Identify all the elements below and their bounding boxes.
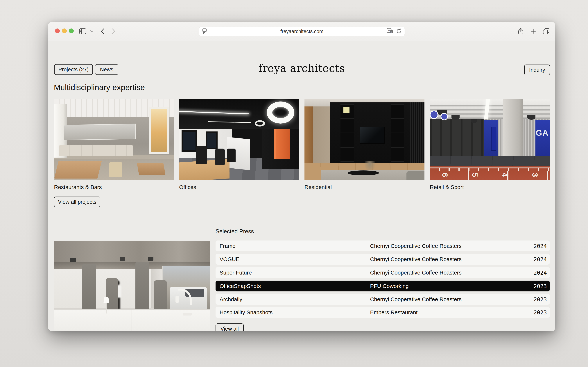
category-card-retail-sport[interactable]: GA 6 5 4 3 (430, 99, 550, 180)
category-label-retail-sport: Retail & Sport (430, 184, 464, 190)
residential-tv (359, 127, 385, 144)
gym-sign-text: GA (536, 128, 548, 138)
press-photo-table-lamp (103, 297, 110, 314)
office-chair (215, 149, 225, 165)
restaurant-table (54, 161, 102, 179)
track-number: 4 (500, 160, 509, 180)
gym-track-numbers: 6 5 4 3 (430, 170, 550, 179)
press-row[interactable]: Frame Chernyi Cooperative Coffee Roaster… (216, 241, 550, 251)
restaurant-mirror (64, 124, 136, 140)
office-window (181, 130, 197, 152)
inquiry-button[interactable]: Inquiry (524, 65, 550, 75)
press-year: 2023 (534, 283, 547, 289)
category-label-residential: Residential (304, 184, 332, 190)
share-icon[interactable] (517, 22, 525, 41)
residential-door (304, 107, 313, 163)
track-number: 5 (470, 160, 479, 180)
category-label-restaurants: Restaurants & Bars (54, 184, 102, 190)
view-all-press-button[interactable]: View all (216, 323, 244, 331)
press-publication: OfficeSnapShots (220, 283, 261, 289)
press-publication: Frame (220, 243, 236, 249)
office-chair (227, 149, 236, 162)
translate-icon[interactable]: A 文 (387, 28, 393, 35)
press-heading: Selected Press (216, 228, 254, 235)
press-project: Chernyi Cooperative Coffee Roasters (370, 296, 462, 302)
gym-equipment-zone (430, 119, 484, 161)
tab-overview-icon[interactable] (542, 22, 550, 41)
reload-icon[interactable] (396, 28, 402, 34)
traffic-light-minimize-button[interactable] (62, 28, 67, 33)
back-button[interactable] (99, 22, 106, 41)
browser-toolbar: freyaarchitects.com A 文 (48, 22, 555, 41)
desktop-background: freyaarchitects.com A 文 (0, 0, 588, 367)
sidebar-toggle-icon[interactable] (79, 22, 87, 41)
track-number: 6 (440, 160, 449, 180)
gym-lamp (527, 115, 535, 120)
site-logo[interactable]: freya architects (48, 62, 555, 74)
track-number: 3 (530, 160, 539, 180)
traffic-light-zoom-button[interactable] (69, 28, 74, 33)
category-label-offices: Offices (179, 184, 196, 190)
office-ring-light (255, 120, 265, 126)
press-year: 2024 (534, 243, 547, 249)
press-publication: Super Future (220, 270, 252, 276)
gym-lamp (451, 115, 460, 120)
browser-window: freyaarchitects.com A 文 (48, 22, 555, 331)
press-publication: Hospitality Snapshots (220, 309, 273, 316)
office-ring-light (267, 101, 294, 124)
office-chair (196, 146, 207, 164)
restaurant-chair (109, 162, 122, 177)
svg-text:A: A (388, 29, 390, 32)
restaurant-alcove (149, 107, 169, 154)
press-row[interactable]: Hospitality Snapshots Embers Restaurant … (216, 307, 550, 318)
address-bar[interactable]: freyaarchitects.com A 文 (199, 27, 405, 36)
press-row[interactable]: Archdaily Chernyi Cooperative Coffee Roa… (216, 294, 550, 305)
expertise-heading: Multidisciplinary expertise (54, 83, 145, 92)
press-photo (54, 241, 210, 331)
gym-badge (441, 113, 448, 120)
residential-slat-panel (410, 102, 425, 164)
press-year: 2024 (534, 269, 547, 276)
press-project: Chernyi Cooperative Coffee Roasters (370, 243, 462, 249)
category-card-offices[interactable] (179, 99, 299, 180)
restaurant-table (137, 163, 165, 175)
svg-text:文: 文 (391, 31, 392, 33)
press-year: 2023 (534, 296, 547, 302)
chevron-down-icon[interactable] (89, 22, 94, 41)
press-photo-spotlight (70, 258, 76, 262)
residential-flowers (365, 161, 376, 171)
gym-blue-wall (535, 120, 550, 159)
press-photo-spotlight (120, 257, 125, 261)
press-publication: Archdaily (220, 296, 242, 302)
press-project: Embers Restaurant (370, 309, 417, 316)
restaurant-banquette (59, 145, 133, 156)
gym-concrete-pillar (503, 99, 523, 164)
press-photo-spotlight (148, 257, 154, 261)
office-orange-niche (274, 128, 290, 159)
press-photo-desk-seam (131, 309, 132, 331)
category-card-residential[interactable] (304, 99, 425, 180)
press-year: 2024 (534, 256, 547, 262)
press-publication: VOGUE (220, 256, 239, 262)
press-row-highlighted[interactable]: OfficeSnapShots PFU Coworking 2023 (216, 281, 550, 292)
gym-blue-shelf (491, 127, 496, 151)
new-tab-icon[interactable] (529, 22, 537, 41)
url-text: freyaarchitects.com (199, 29, 405, 34)
page-content: Projects (27) News freya architects Inqu… (48, 41, 555, 331)
residential-shelf (391, 104, 404, 162)
press-project: Chernyi Cooperative Coffee Roasters (370, 270, 462, 276)
gym-badge (430, 110, 438, 119)
press-project: PFU Coworking (370, 283, 409, 289)
forward-button[interactable] (110, 22, 117, 41)
traffic-light-close-button[interactable] (55, 28, 60, 33)
press-project: Chernyi Cooperative Coffee Roasters (370, 256, 462, 262)
press-row[interactable]: Super Future Chernyi Cooperative Coffee … (216, 267, 550, 278)
category-card-restaurants[interactable] (54, 99, 174, 180)
press-year: 2023 (534, 309, 547, 316)
residential-magazine (343, 107, 350, 113)
office-window (206, 132, 218, 149)
press-row[interactable]: VOGUE Chernyi Cooperative Coffee Roaster… (216, 254, 550, 265)
press-photo-arc-lamp (173, 289, 192, 316)
view-all-projects-button[interactable]: View all projects (54, 197, 100, 207)
residential-sofa (407, 171, 425, 180)
